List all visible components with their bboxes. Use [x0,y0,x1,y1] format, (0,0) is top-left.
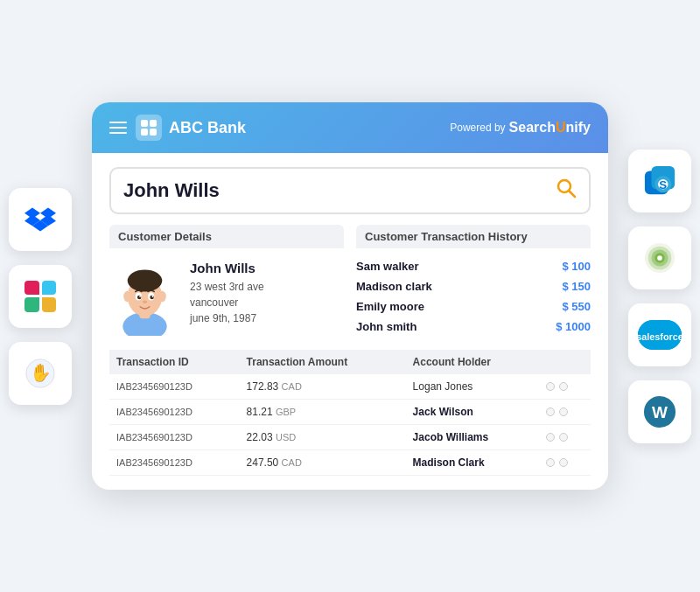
status-dot-1 [546,433,555,442]
history-row: John smith $ 1000 [356,317,591,336]
transaction-id: IAB2345690123D [109,450,240,476]
history-amount: $ 1000 [556,320,591,333]
salesforce-icon: salesforce [638,320,682,350]
status-dot-1 [546,382,555,391]
history-amount: $ 550 [562,300,591,313]
customer-info: John Wills 23 west 3rd ave vancouver jun… [109,257,344,336]
slack-icon [24,281,56,312]
transaction-amount: 247.50 CAD [240,450,406,476]
history-name: Madison clark [356,280,432,293]
history-list: Sam walker $ 100 Madison clark $ 150 Emi… [356,257,591,336]
givex-icon-box[interactable]: ✋ [9,342,72,405]
pendo-icon-box[interactable] [628,226,691,289]
dot-indicators [546,407,584,416]
currency-tag: GBP [276,407,296,417]
customer-address: 23 west 3rd ave vancouver june 9th, 1987 [190,279,264,326]
currency-tag: USD [276,432,296,442]
left-side-icons: ✋ [9,188,72,405]
status-dot-1 [546,407,555,416]
svg-point-32 [657,255,662,261]
svg-point-22 [142,301,146,304]
history-name: Sam walker [356,260,419,273]
content-area: Customer Details [92,225,608,350]
history-name: Emily moore [356,300,424,313]
status-dot-2 [559,407,568,416]
transaction-amount: 172.83 CAD [240,374,406,400]
dot-indicators-cell [539,400,591,425]
searchunify-logo: SearchUnify [509,120,591,136]
account-holder: Jack Wilson [406,400,539,425]
salesforce-icon-box[interactable]: salesforce [628,303,691,366]
svg-text:W: W [652,402,668,421]
table-row: IAB2345690123D 172.83 CAD Logan Jones [109,374,591,400]
transaction-amount: 22.03 USD [240,425,406,450]
dot-indicators [546,382,584,391]
svg-point-14 [123,291,131,303]
header-left: ABC Bank [109,115,246,141]
svg-point-21 [151,296,153,297]
logo-icon [136,115,162,141]
sharepoint-icon-box[interactable]: S [628,150,691,212]
customer-dob: june 9th, 1987 [190,312,256,324]
search-query: John Wills [123,179,556,202]
dot-indicators-cell [539,374,591,400]
powered-by: Powered by SearchUnify [450,120,591,136]
bank-name: ABC Bank [169,119,246,137]
transaction-amount: 81.21 GBP [240,400,406,425]
address-line2: vancouver [190,296,238,309]
svg-text:salesforce: salesforce [638,331,682,341]
search-section: John Wills [92,153,608,225]
search-icon[interactable] [556,178,577,204]
history-row: Madison clark $ 150 [356,277,591,296]
dot-indicators-cell [539,450,591,476]
history-row: Emily moore $ 550 [356,297,591,316]
dot-indicators [546,433,584,442]
wordpress-icon-box[interactable]: W [628,380,691,443]
table-row: IAB2345690123D 247.50 CAD Madison Clark [109,450,591,476]
bank-logo: ABC Bank [136,115,246,141]
hamburger-menu[interactable] [109,122,127,134]
svg-point-15 [158,291,165,303]
dot-indicators-cell [539,425,591,450]
pendo-icon [643,241,676,275]
card-header: ABC Bank Powered by SearchUnify [92,102,608,153]
col-account-holder: Account Holder [406,350,539,374]
table-header-row: Transaction ID Transaction Amount Accoun… [109,350,591,374]
dot-indicators [546,458,584,467]
currency-tag: CAD [282,381,302,392]
search-box[interactable]: John Wills [109,167,591,214]
account-holder: Madison Clark [406,450,539,476]
dropbox-icon [24,204,56,235]
sharepoint-icon: S [643,164,676,198]
wordpress-icon: W [643,395,676,428]
transaction-history-panel: Customer Transaction History Sam walker … [356,225,591,336]
customer-details-panel: Customer Details [109,225,344,336]
table-row: IAB2345690123D 81.21 GBP Jack Wilson [109,400,591,425]
main-card: ABC Bank Powered by SearchUnify John Wil… [92,102,608,490]
outer-container: ✋ ABC Bank Powered [0,0,700,592]
status-dot-2 [559,382,568,391]
slack-icon-box[interactable] [9,265,72,328]
right-side-icons: S salesforce W [628,150,691,443]
currency-tag: CAD [282,457,302,468]
avatar-container [109,257,179,336]
givex-icon: ✋ [24,358,56,389]
customer-name: John Wills [190,261,264,275]
transaction-id: IAB2345690123D [109,400,240,425]
status-dot-2 [559,458,568,467]
history-row: Sam walker $ 100 [356,257,591,275]
svg-point-18 [136,296,141,300]
customer-text: John Wills 23 west 3rd ave vancouver jun… [190,257,264,326]
status-dot-1 [546,458,555,467]
account-holder: Jacob Williams [406,425,539,450]
account-holder: Logan Jones [406,374,539,400]
powered-by-label: Powered by [450,122,505,134]
status-dot-2 [559,433,568,442]
transaction-history-title: Customer Transaction History [356,225,591,248]
table-row: IAB2345690123D 22.03 USD Jacob Williams [109,425,591,450]
dropbox-icon-box[interactable] [9,188,72,251]
svg-point-20 [139,296,141,297]
history-name: John smith [356,320,416,333]
customer-details-title: Customer Details [109,225,344,248]
svg-point-19 [150,296,154,300]
